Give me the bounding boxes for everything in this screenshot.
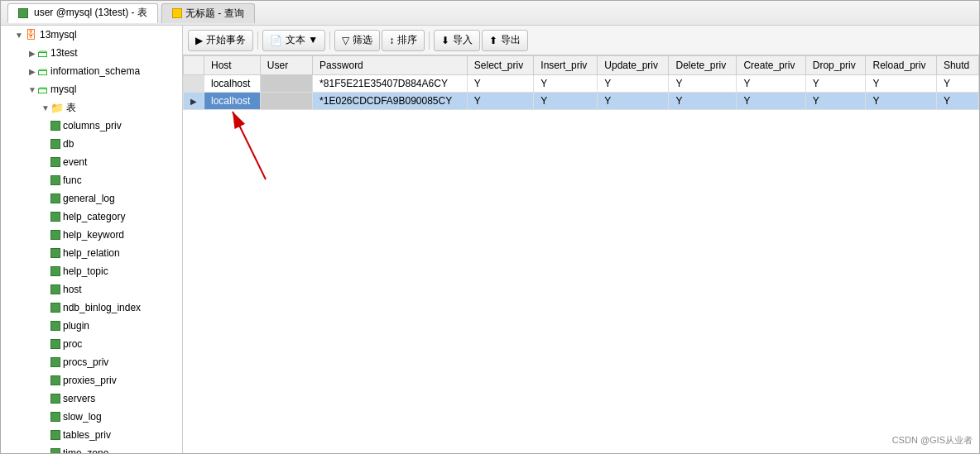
export-button[interactable]: ⬆ 导出: [482, 30, 528, 51]
sidebar-item-servers[interactable]: servers: [1, 389, 182, 408]
sidebar-label-columns-priv: columns_priv: [63, 120, 122, 131]
tab-table[interactable]: user @mysql (13test) - 表: [7, 3, 158, 23]
sidebar-item-mysql[interactable]: ▼ 🗃 mysql: [1, 80, 182, 98]
expand-icon: ▼: [14, 30, 24, 40]
sidebar-item-columns-priv[interactable]: columns_priv: [1, 117, 182, 135]
text-button[interactable]: 📄 文本 ▼: [262, 30, 325, 51]
cell-select-1[interactable]: Y: [467, 75, 534, 93]
sidebar-item-procs-priv[interactable]: procs_priv: [1, 353, 182, 371]
toolbar-sep-1: [257, 31, 258, 50]
sidebar-label-slow-log: slow_log: [63, 411, 102, 423]
cell-create-1[interactable]: Y: [737, 75, 805, 93]
sidebar-label-host: host: [63, 284, 82, 295]
tab-query[interactable]: 无标题 - 查询: [161, 3, 255, 23]
cell-host-2[interactable]: localhost: [204, 93, 261, 110]
toolbar-sep-3: [429, 31, 430, 50]
sidebar-item-time-zone[interactable]: time_zone: [1, 444, 182, 453]
col-header-shutd[interactable]: Shutd: [936, 56, 978, 75]
cell-password-1[interactable]: *81F5E21E35407D884A6CY: [313, 75, 468, 93]
table-row[interactable]: localhost *81F5E21E35407D884A6CY Y Y Y Y…: [184, 75, 979, 93]
sidebar-item-ndb-binlog-index[interactable]: ndb_binlog_index: [1, 299, 182, 317]
col-header-drop-priv[interactable]: Drop_priv: [805, 56, 866, 75]
sidebar-item-13mysql[interactable]: ▼ 🗄 13mysql: [1, 26, 182, 44]
cell-select-2[interactable]: Y: [467, 93, 534, 110]
table-icon-func: [50, 175, 60, 185]
table-icon-db: [50, 139, 60, 149]
row-marker-2: ▶: [184, 93, 204, 110]
table-icon-event: [50, 157, 60, 167]
cell-drop-1[interactable]: Y: [805, 75, 866, 93]
table-icon-slow-log: [50, 412, 60, 422]
sidebar-item-general-log[interactable]: general_log: [1, 189, 182, 208]
tab-table-label: user @mysql (13test) - 表: [34, 6, 147, 20]
table-icon: [18, 8, 28, 18]
table-icon-proc: [50, 339, 60, 349]
sidebar-item-help-relation[interactable]: help_relation: [1, 244, 182, 262]
text-icon: 📄: [270, 35, 282, 46]
sidebar-label-proc: proc: [63, 338, 82, 350]
cell-user-1[interactable]: [260, 75, 312, 93]
sidebar-item-help-category[interactable]: help_category: [1, 208, 182, 226]
sidebar-label-help-keyword: help_keyword: [63, 229, 124, 241]
import-button[interactable]: ⬇ 导入: [434, 30, 480, 51]
sidebar-label-help-relation: help_relation: [63, 247, 120, 259]
sidebar-item-tables-priv[interactable]: tables_priv: [1, 426, 182, 444]
cell-insert-1[interactable]: Y: [534, 75, 598, 93]
sidebar-item-host[interactable]: host: [1, 280, 182, 299]
cell-update-2[interactable]: Y: [598, 93, 669, 110]
col-header-marker: [184, 56, 204, 75]
cell-create-2[interactable]: Y: [737, 93, 805, 110]
col-header-delete-priv[interactable]: Delete_priv: [669, 56, 737, 75]
table-row[interactable]: ▶ localhost *1E026CDCDFA9B090085CY Y Y Y…: [184, 93, 979, 110]
cell-delete-1[interactable]: Y: [669, 75, 737, 93]
col-header-user[interactable]: User: [260, 56, 312, 75]
cell-insert-2[interactable]: Y: [534, 93, 598, 110]
sidebar-label-proxies-priv: proxies_priv: [63, 375, 117, 386]
col-header-insert-priv[interactable]: Insert_priv: [534, 56, 598, 75]
import-label: 导入: [453, 33, 473, 47]
sidebar-item-information-schema[interactable]: ▶ 🗃 information_schema: [1, 62, 182, 80]
transaction-button[interactable]: ▶ 开始事务: [188, 30, 253, 51]
sidebar-item-proxies-priv[interactable]: proxies_priv: [1, 371, 182, 389]
sidebar-item-help-keyword[interactable]: help_keyword: [1, 226, 182, 244]
col-header-update-priv[interactable]: Update_priv: [598, 56, 669, 75]
cell-update-1[interactable]: Y: [598, 75, 669, 93]
col-header-password[interactable]: Password: [313, 56, 468, 75]
sidebar-label-func: func: [63, 174, 82, 186]
annotation-arrow: [183, 55, 979, 453]
cell-shutd-2[interactable]: Y: [936, 93, 978, 110]
sidebar-label-ndb: ndb_binlog_index: [63, 302, 141, 313]
col-header-select-priv[interactable]: Select_priv: [467, 56, 534, 75]
cell-password-2[interactable]: *1E026CDCDFA9B090085CY: [313, 93, 468, 110]
cell-shutd-1[interactable]: Y: [936, 75, 978, 93]
sidebar-item-slow-log[interactable]: slow_log: [1, 408, 182, 426]
sidebar-item-event[interactable]: event: [1, 153, 182, 171]
filter-button[interactable]: ▽ 筛选: [334, 30, 380, 51]
sidebar-label-13test: 13test: [50, 47, 78, 59]
content-area: ▶ 开始事务 📄 文本 ▼ ▽ 筛选 ↕ 排序: [183, 26, 979, 453]
sidebar-label-db: db: [63, 138, 74, 150]
col-header-create-priv[interactable]: Create_priv: [737, 56, 805, 75]
server-icon: 🗄: [24, 28, 37, 41]
table-icon-help-category: [50, 212, 60, 222]
cell-user-2[interactable]: [260, 93, 312, 110]
sidebar-item-proc[interactable]: proc: [1, 335, 182, 353]
cell-drop-2[interactable]: Y: [805, 93, 866, 110]
cell-host-1[interactable]: localhost: [204, 75, 261, 93]
sidebar-item-help-topic[interactable]: help_topic: [1, 262, 182, 280]
sidebar-item-13test[interactable]: ▶ 🗃 13test: [1, 44, 182, 62]
sidebar-item-tables-folder[interactable]: ▼ 📁 表: [1, 98, 182, 117]
table-icon-help-relation: [50, 248, 60, 258]
cell-reload-2[interactable]: Y: [866, 93, 936, 110]
col-header-reload-priv[interactable]: Reload_priv: [866, 56, 936, 75]
sidebar-item-func[interactable]: func: [1, 171, 182, 189]
cell-reload-1[interactable]: Y: [866, 75, 936, 93]
table-area[interactable]: Host User Password Select_priv Insert_pr…: [183, 55, 979, 453]
cell-delete-2[interactable]: Y: [669, 93, 737, 110]
col-header-host[interactable]: Host: [204, 56, 261, 75]
filter-label: 筛选: [353, 33, 372, 47]
sidebar-item-db[interactable]: db: [1, 135, 182, 153]
sidebar[interactable]: ▼ 🗄 13mysql ▶ 🗃 13test ▶ 🗃 information_s…: [1, 26, 183, 453]
sort-button[interactable]: ↕ 排序: [382, 30, 425, 51]
sidebar-item-plugin[interactable]: plugin: [1, 317, 182, 335]
